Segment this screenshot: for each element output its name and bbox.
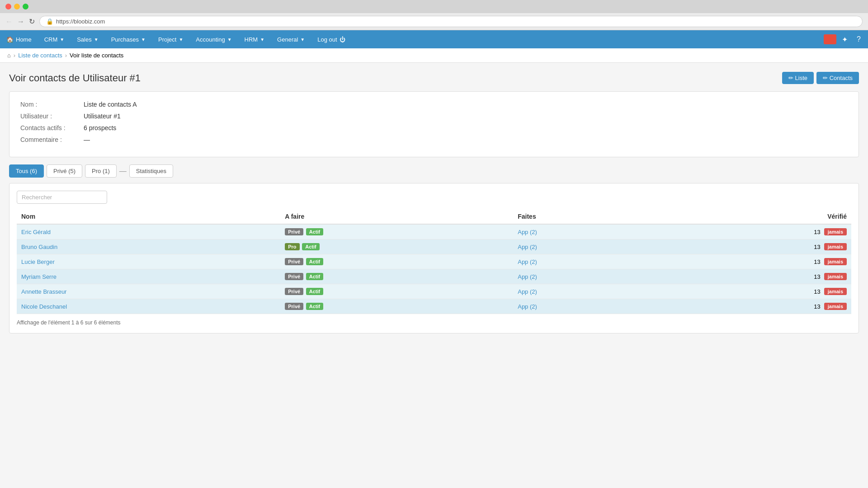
verifie-num: 13 [814,303,820,310]
contact-faites-cell: App (2) [513,299,649,314]
table-header-row: Nom A faire Faites Vérifié [17,209,851,224]
nav-purchases[interactable]: Purchases ▼ [105,30,152,48]
verifie-num: 13 [814,229,820,235]
contact-name-link[interactable]: Annette Brasseur [21,288,66,295]
contact-name-link[interactable]: Lucie Berger [21,258,55,265]
url-text: https://bloobiz.com [56,18,105,25]
project-caret-icon: ▼ [179,37,183,42]
table-row: Eric Gérald Privé Actif App (2) 13 jamai… [17,224,851,239]
tab-pro[interactable]: Pro (1) [85,164,117,178]
verified-cell: 13 jamais [654,228,847,235]
browser-chrome: ← → ↻ 🔒 https://bloobiz.com [0,0,868,30]
nav-hrm[interactable]: HRM ▼ [238,30,271,48]
badge-type: Pro [285,243,299,250]
top-nav: 🏠 Home CRM ▼ Sales ▼ Purchases ▼ Project… [0,30,868,48]
notification-button[interactable]: ▬ [824,34,836,44]
header-buttons: ✏ Liste ✏ Contacts [782,72,859,84]
minimize-button[interactable] [14,4,20,9]
table-row: Myriam Serre Privé Actif App (2) 13 jama… [17,269,851,284]
tab-tous[interactable]: Tous (6) [9,164,44,178]
contact-afaire-cell: Privé Actif [280,254,513,269]
nav-crm[interactable]: CRM ▼ [38,30,71,48]
info-row-contacts-actifs: Contacts actifs : 6 prospects [20,124,848,131]
col-header-faites: Faites [513,209,649,224]
settings-icon-button[interactable]: ✦ [838,35,851,44]
nav-accounting[interactable]: Accounting ▼ [189,30,238,48]
liste-button[interactable]: ✏ Liste [782,72,814,84]
verified-cell: 13 jamais [654,258,847,265]
contact-name-link[interactable]: Eric Gérald [21,229,51,235]
refresh-button[interactable]: ↻ [29,17,35,26]
sales-caret-icon: ▼ [94,37,99,42]
faites-link[interactable]: App (2) [518,273,537,280]
accounting-caret-icon: ▼ [227,37,232,42]
verified-cell: 13 jamais [654,288,847,295]
tab-prive[interactable]: Privé (5) [47,164,82,178]
nav-project[interactable]: Project ▼ [152,30,189,48]
jamais-badge: jamais [824,258,847,265]
faites-link[interactable]: App (2) [518,258,537,265]
breadcrumb-liste-contacts[interactable]: Liste de contacts [18,52,62,59]
contact-verifie-cell: 13 jamais [650,254,851,269]
table-row: Annette Brasseur Privé Actif App (2) 13 … [17,284,851,299]
contact-faites-cell: App (2) [513,239,649,254]
contact-name-cell: Eric Gérald [17,224,280,239]
table-footer: Affichage de l'élément 1 à 6 sur 6 éléme… [17,319,851,326]
table-row: Nicole Deschanel Privé Actif App (2) 13 … [17,299,851,314]
badge-type: Privé [285,228,303,235]
maximize-button[interactable] [23,4,28,9]
faites-link[interactable]: App (2) [518,288,537,295]
verified-cell: 13 jamais [654,243,847,250]
nav-purchases-label: Purchases [111,36,139,43]
browser-titlebar [0,0,868,13]
home-icon: 🏠 [6,36,14,43]
breadcrumb-current: Voir liste de contacts [70,52,123,59]
close-button[interactable] [5,4,11,9]
nav-home[interactable]: 🏠 Home [0,30,38,48]
contact-name-cell: Annette Brasseur [17,284,280,299]
contacts-actifs-value: 6 prospects [84,124,116,131]
table-card: Nom A faire Faites Vérifié Eric Gérald P… [9,183,859,333]
breadcrumb-sep-1: › [14,52,15,59]
tab-statistiques[interactable]: Statistiques [129,164,173,178]
nav-hrm-label: HRM [245,36,258,43]
contact-name-link[interactable]: Myriam Serre [21,273,57,280]
nom-value: Liste de contacts A [84,101,137,108]
contact-name-link[interactable]: Bruno Gaudin [21,244,57,250]
nav-logout-label: Log out [317,36,337,43]
contacts-button[interactable]: ✏ Contacts [816,72,859,84]
nav-general-label: General [277,36,298,43]
contact-afaire-cell: Pro Actif [280,239,513,254]
info-row-commentaire: Commentaire : — [20,136,848,143]
breadcrumb-home-icon[interactable]: ⌂ [7,52,11,59]
table-footer-text: Affichage de l'élément 1 à 6 sur 6 éléme… [17,319,121,326]
col-header-afaire: A faire [280,209,513,224]
verifie-num: 13 [814,258,820,265]
nav-general[interactable]: General ▼ [271,30,311,48]
contact-afaire-cell: Privé Actif [280,224,513,239]
address-bar[interactable]: 🔒 https://bloobiz.com [39,16,863,27]
badge-type: Privé [285,258,303,265]
contact-faites-cell: App (2) [513,224,649,239]
contact-verifie-cell: 13 jamais [650,239,851,254]
browser-nav: ← → ↻ 🔒 https://bloobiz.com [0,13,868,30]
back-button[interactable]: ← [5,18,13,26]
contact-name-cell: Myriam Serre [17,269,280,284]
contact-afaire-cell: Privé Actif [280,299,513,314]
nav-sales[interactable]: Sales ▼ [71,30,104,48]
commentaire-label: Commentaire : [20,136,84,143]
jamais-badge: jamais [824,243,847,250]
faites-link[interactable]: App (2) [518,229,537,235]
search-input[interactable] [17,191,107,204]
help-button[interactable]: ? [853,35,864,43]
filter-tabs: Tous (6) Privé (5) Pro (1) — Statistique… [9,164,859,178]
nav-logout[interactable]: Log out ⏻ [311,30,351,48]
faites-link[interactable]: App (2) [518,303,537,310]
lock-icon: 🔒 [46,18,53,25]
forward-button[interactable]: → [17,18,24,26]
commentaire-value: — [84,136,90,143]
contacts-actifs-label: Contacts actifs : [20,124,84,131]
faites-link[interactable]: App (2) [518,244,537,250]
contact-name-link[interactable]: Nicole Deschanel [21,303,67,310]
contact-verifie-cell: 13 jamais [650,284,851,299]
